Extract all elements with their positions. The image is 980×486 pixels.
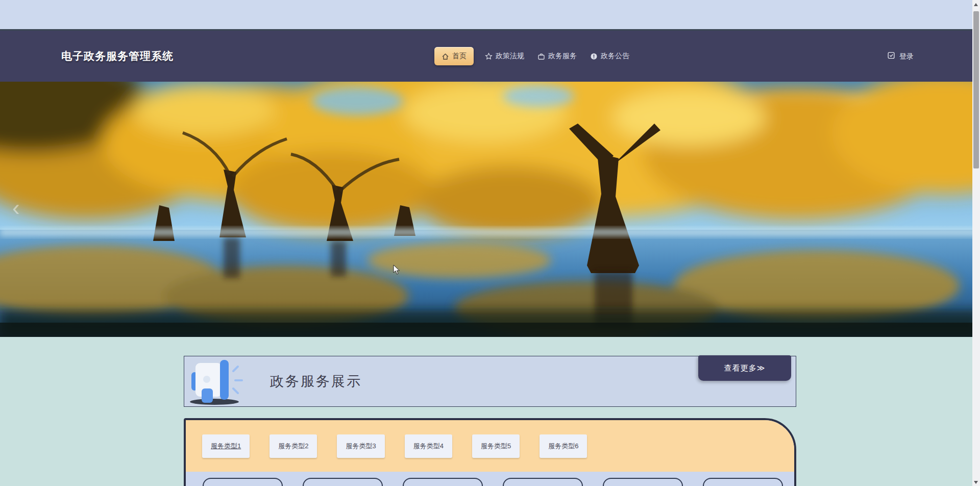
nav-item-label: 政务服务 xyxy=(548,52,577,61)
check-square-icon xyxy=(887,52,895,61)
site-logo-title: 电子政务服务管理系统 xyxy=(61,49,174,63)
see-more-button[interactable]: 查看更多≫ xyxy=(698,355,791,381)
hero-banner-image xyxy=(0,82,980,337)
scrollbar-thumb[interactable] xyxy=(973,11,979,168)
nav-item-services[interactable]: 政务服务 xyxy=(535,47,579,65)
carousel-prev-arrow[interactable]: ‹ xyxy=(12,197,20,219)
service-cards-row xyxy=(186,472,794,486)
scrollbar-down-arrow[interactable] xyxy=(974,481,978,484)
login-button[interactable]: 登录 xyxy=(887,52,914,61)
tab-service-type-4[interactable]: 服务类型4 xyxy=(405,434,452,458)
tab-service-type-5[interactable]: 服务类型5 xyxy=(472,434,520,458)
nav-item-label: 政务公告 xyxy=(601,52,629,61)
nav-item-label: 首页 xyxy=(452,52,467,61)
service-card[interactable] xyxy=(703,478,783,486)
service-type-tabs: 服务类型1 服务类型2 服务类型3 服务类型4 服务类型5 服务类型6 xyxy=(186,420,794,472)
browser-top-strip xyxy=(0,0,980,29)
scrollbar-up-arrow[interactable] xyxy=(974,3,978,6)
nav-menu: 首页 政策法规 政务服务 xyxy=(434,47,631,65)
services-section-header: 政务服务展示 查看更多≫ xyxy=(184,356,796,407)
navbar: 电子政务服务管理系统 首页 政策法规 xyxy=(0,31,980,82)
tab-service-type-3[interactable]: 服务类型3 xyxy=(337,434,384,458)
scrollbar-track[interactable] xyxy=(972,0,980,486)
nav-item-announcements[interactable]: 政务公告 xyxy=(588,47,631,65)
nav-item-home[interactable]: 首页 xyxy=(434,47,474,65)
briefcase-icon xyxy=(537,53,545,60)
service-card[interactable] xyxy=(503,478,583,486)
tab-service-type-6[interactable]: 服务类型6 xyxy=(540,434,587,458)
service-card[interactable] xyxy=(603,478,683,486)
nav-item-policies[interactable]: 政策法规 xyxy=(483,47,526,65)
main-content: 政务服务展示 查看更多≫ 服务类型1 服务类型2 服务类型3 服务类型4 服务类… xyxy=(0,337,980,486)
services-panel: 服务类型1 服务类型2 服务类型3 服务类型4 服务类型5 服务类型6 xyxy=(184,418,796,486)
home-icon xyxy=(442,53,449,60)
login-label: 登录 xyxy=(899,52,914,61)
tab-service-type-2[interactable]: 服务类型2 xyxy=(270,434,317,458)
mouse-cursor xyxy=(393,264,401,277)
hero-carousel: ‹ xyxy=(0,82,980,337)
service-card[interactable] xyxy=(303,478,383,486)
nav-item-label: 政策法规 xyxy=(496,52,524,61)
service-card[interactable] xyxy=(403,478,483,486)
service-card[interactable] xyxy=(203,478,283,486)
info-icon xyxy=(590,53,598,60)
section-title: 政务服务展示 xyxy=(270,372,362,391)
star-icon xyxy=(485,53,493,60)
tab-service-type-1[interactable]: 服务类型1 xyxy=(202,434,250,458)
megaphone-icon xyxy=(186,357,248,406)
